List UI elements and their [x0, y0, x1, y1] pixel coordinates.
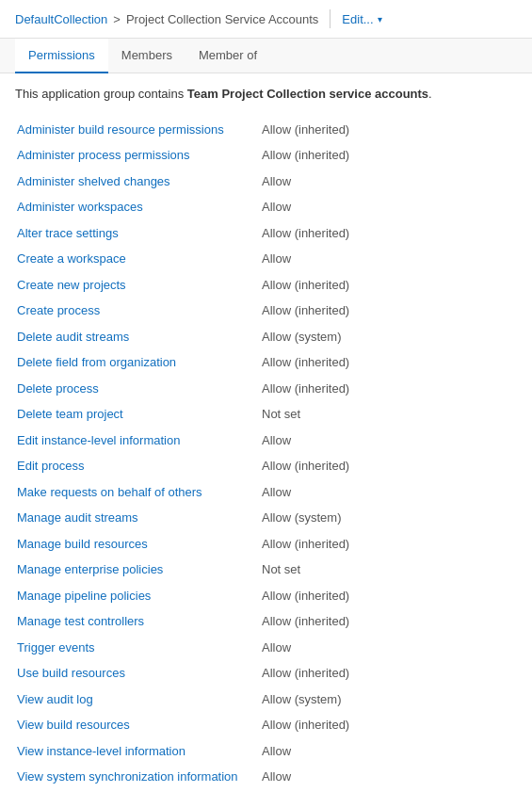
table-row: Manage test controllersAllow (inherited) — [15, 608, 517, 635]
permission-name[interactable]: View audit log — [15, 687, 260, 713]
permission-value: Allow (system) — [260, 505, 517, 531]
permission-value: Allow (system) — [260, 324, 517, 350]
permission-value: Allow — [260, 479, 517, 506]
permission-value: Allow (inherited) — [260, 349, 517, 376]
permission-name[interactable]: Delete team project — [15, 401, 260, 428]
permission-value: Allow (system) — [260, 687, 517, 713]
permission-name[interactable]: Manage audit streams — [15, 505, 260, 531]
description-text: This application group contains Team Pro… — [15, 85, 517, 104]
permission-value: Allow (inherited) — [260, 298, 517, 324]
edit-label: Edit... — [342, 12, 373, 26]
permission-value: Allow (inherited) — [260, 531, 517, 558]
table-row: Edit processAllow (inherited) — [15, 453, 517, 479]
permission-name[interactable]: View build resources — [15, 712, 260, 738]
table-row: Trigger eventsAllow — [15, 635, 517, 661]
permission-name[interactable]: Make requests on behalf of others — [15, 479, 260, 506]
table-row: Manage pipeline policiesAllow (inherited… — [15, 583, 517, 609]
table-row: View audit logAllow (system) — [15, 687, 517, 713]
table-row: Create new projectsAllow (inherited) — [15, 272, 517, 299]
chevron-down-icon: ▾ — [378, 14, 382, 24]
permission-name[interactable]: Create a workspace — [15, 246, 260, 272]
permission-name[interactable]: Trigger events — [15, 635, 260, 661]
header-divider — [330, 9, 330, 28]
permission-value: Allow (inherited) — [260, 583, 517, 609]
permission-value: Allow — [260, 246, 517, 272]
table-row: Delete processAllow (inherited) — [15, 376, 517, 402]
table-row: Use build resourcesAllow (inherited) — [15, 660, 517, 687]
permission-value: Allow — [260, 428, 517, 454]
tab-member-of[interactable]: Member of — [185, 39, 270, 73]
permission-name[interactable]: Alter trace settings — [15, 220, 260, 247]
permission-value: Allow (inherited) — [260, 712, 517, 738]
permission-value: Allow (inherited) — [260, 608, 517, 635]
permission-name[interactable]: View system synchronization information — [15, 764, 260, 790]
permission-name[interactable]: Manage pipeline policies — [15, 583, 260, 609]
permission-value: Not set — [260, 401, 517, 428]
description-highlight: Team Project Collection service accounts — [187, 87, 428, 101]
table-row: View build resourcesAllow (inherited) — [15, 712, 517, 738]
table-row: Administer shelved changesAllow — [15, 169, 517, 195]
permission-name[interactable]: Administer shelved changes — [15, 169, 260, 195]
table-row: Manage build resourcesAllow (inherited) — [15, 531, 517, 558]
table-row: View system synchronization informationA… — [15, 764, 517, 790]
table-row: Edit instance-level informationAllow — [15, 428, 517, 454]
permission-value: Allow (inherited) — [260, 142, 517, 169]
permission-value: Allow — [260, 194, 517, 220]
permission-name[interactable]: Manage test controllers — [15, 608, 260, 635]
tab-members[interactable]: Members — [108, 39, 185, 73]
permissions-table: Administer build resource permissionsAll… — [15, 117, 517, 790]
table-row: Make requests on behalf of othersAllow — [15, 479, 517, 506]
permission-name[interactable]: Create process — [15, 298, 260, 324]
permission-value: Allow — [260, 764, 517, 790]
permission-value: Allow — [260, 169, 517, 195]
permission-value: Allow (inherited) — [260, 453, 517, 479]
permission-name[interactable]: View instance-level information — [15, 738, 260, 765]
table-row: Create processAllow (inherited) — [15, 298, 517, 324]
tabs-container: Permissions Members Member of — [0, 39, 532, 73]
permission-value: Allow — [260, 738, 517, 765]
page-header: DefaultCollection > Project Collection S… — [0, 0, 532, 39]
table-row: Alter trace settingsAllow (inherited) — [15, 220, 517, 247]
permission-name[interactable]: Delete process — [15, 376, 260, 402]
permission-value: Allow (inherited) — [260, 660, 517, 687]
permission-name[interactable]: Delete audit streams — [15, 324, 260, 350]
breadcrumb-separator: > — [113, 12, 121, 26]
permission-value: Allow (inherited) — [260, 220, 517, 247]
permission-name[interactable]: Manage enterprise policies — [15, 557, 260, 583]
table-row: Manage enterprise policiesNot set — [15, 557, 517, 583]
permission-value: Not set — [260, 557, 517, 583]
permission-name[interactable]: Edit instance-level information — [15, 428, 260, 454]
table-row: Delete field from organizationAllow (inh… — [15, 349, 517, 376]
table-row: Administer process permissionsAllow (inh… — [15, 142, 517, 169]
permission-name[interactable]: Delete field from organization — [15, 349, 260, 376]
breadcrumb-collection-link[interactable]: DefaultCollection — [15, 12, 107, 26]
permission-name[interactable]: Administer workspaces — [15, 194, 260, 220]
permission-name[interactable]: Administer process permissions — [15, 142, 260, 169]
table-row: Administer workspacesAllow — [15, 194, 517, 220]
edit-button[interactable]: Edit... ▾ — [342, 12, 381, 26]
table-row: Administer build resource permissionsAll… — [15, 117, 517, 143]
permission-value: Allow — [260, 635, 517, 661]
main-content: This application group contains Team Pro… — [0, 73, 532, 792]
tab-permissions[interactable]: Permissions — [15, 39, 108, 73]
permission-value: Allow (inherited) — [260, 272, 517, 299]
permission-name[interactable]: Manage build resources — [15, 531, 260, 558]
table-row: Delete team projectNot set — [15, 401, 517, 428]
permission-name[interactable]: Edit process — [15, 453, 260, 479]
table-row: View instance-level informationAllow — [15, 738, 517, 765]
table-row: Create a workspaceAllow — [15, 246, 517, 272]
permission-value: Allow (inherited) — [260, 376, 517, 402]
permission-name[interactable]: Use build resources — [15, 660, 260, 687]
table-row: Delete audit streamsAllow (system) — [15, 324, 517, 350]
breadcrumb: DefaultCollection > Project Collection S… — [15, 12, 318, 26]
permission-name[interactable]: Administer build resource permissions — [15, 117, 260, 143]
permission-value: Allow (inherited) — [260, 117, 517, 143]
permission-name[interactable]: Create new projects — [15, 272, 260, 299]
table-row: Manage audit streamsAllow (system) — [15, 505, 517, 531]
breadcrumb-current-page: Project Collection Service Accounts — [126, 12, 318, 26]
